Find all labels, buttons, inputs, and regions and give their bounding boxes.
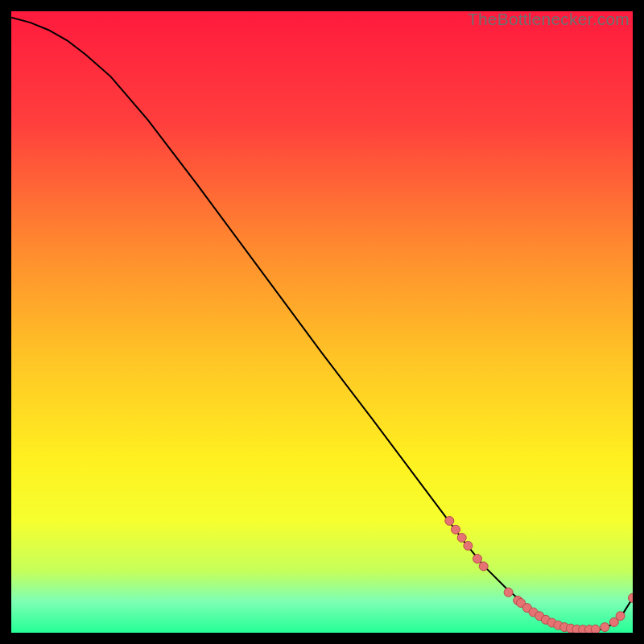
marker-point <box>591 625 600 633</box>
marker-point <box>457 533 466 542</box>
marker-point <box>445 517 454 526</box>
marker-point <box>616 612 625 621</box>
marker-point <box>452 525 460 534</box>
watermark-text: TheBottlenecker.com <box>468 10 630 29</box>
bottleneck-chart <box>11 11 633 633</box>
marker-point <box>601 623 609 632</box>
marker-point <box>473 555 482 564</box>
chart-background <box>11 11 633 633</box>
chart-frame: TheBottlenecker.com <box>11 11 633 633</box>
marker-point <box>464 541 473 550</box>
marker-point <box>504 588 513 597</box>
marker-point <box>479 562 488 571</box>
